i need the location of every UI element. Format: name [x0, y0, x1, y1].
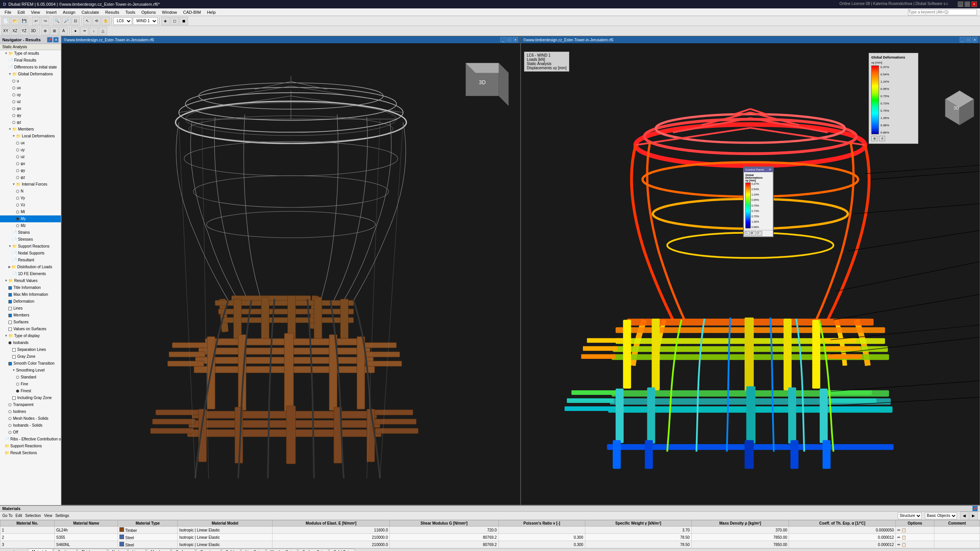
col-material-model[interactable]: Material Model [178, 520, 273, 527]
cell-options[interactable]: ✏ 📋 [896, 541, 934, 548]
col-shear-g[interactable]: Shear Modulus G [N/mm²] [390, 520, 498, 527]
zoom-out-btn[interactable]: 🔎 [62, 17, 70, 25]
col-options[interactable]: Options [896, 520, 934, 527]
vp-right-minimize[interactable]: _ [960, 37, 965, 42]
table-row[interactable]: 2 S355 Steel Isotropic | Linear Elastic … [0, 534, 980, 541]
nav-standard[interactable]: Standard [0, 374, 61, 381]
model-canvas-right[interactable]: LC6 - WIND 1 Loads [kN] Static Analysis … [521, 43, 980, 505]
new-btn[interactable]: 📄 [2, 17, 10, 25]
nav-isobands[interactable]: Isobands [0, 339, 61, 346]
labels-btn[interactable]: A [59, 27, 68, 35]
nav-finest[interactable]: Finest [0, 388, 61, 395]
menu-options[interactable]: Options [138, 9, 159, 15]
nav-phi-y2[interactable]: φy [0, 167, 61, 174]
nav-separation-lines[interactable]: Separation Lines [0, 346, 61, 353]
col-mass-density[interactable]: Mass Density ρ [kg/m³] [691, 520, 789, 527]
menu-calculate[interactable]: Calculate [78, 9, 102, 15]
redo-btn[interactable]: ↪ [41, 17, 49, 25]
nav-Vz[interactable]: Vz [0, 202, 61, 209]
basic-objects-select[interactable]: Basic Objects [925, 512, 957, 519]
nav-support-reactions[interactable]: ▼ 📁 Support Reactions [0, 243, 61, 250]
tab-materials[interactable]: Materials [28, 549, 53, 551]
next-btn[interactable]: ▶ [969, 512, 978, 520]
nav-phi-y1[interactable]: φy [0, 112, 61, 119]
nav-ux1[interactable]: ux [0, 85, 61, 91]
menu-edit[interactable]: Edit [15, 9, 28, 15]
nav-support-reactions2[interactable]: 📁Support Reactions [0, 443, 61, 450]
view-3d-btn[interactable]: 3D [29, 27, 38, 35]
nav-deformation[interactable]: Deformation [0, 298, 61, 305]
axes-btn[interactable]: ⊕ [41, 27, 49, 35]
tab-line-sets[interactable]: Line Sets [241, 549, 266, 551]
cell-options[interactable]: ✏ 📋 [896, 527, 934, 534]
nav-final-results[interactable]: 📄 Final Results [0, 57, 61, 64]
nav-phi-z1[interactable]: φz [0, 119, 61, 126]
members-toggle[interactable]: ━ [80, 27, 89, 35]
nav-stresses[interactable]: 📄Stresses [0, 236, 61, 243]
bottom-toolbar[interactable]: Go To Edit Selection View Settings Struc… [0, 512, 980, 520]
legend-reset-btn[interactable]: ↺ [879, 136, 885, 141]
rotate-btn[interactable]: ⟲ [92, 17, 101, 25]
wire-btn[interactable]: ◻ [170, 17, 179, 25]
menu-cad-bim[interactable]: CAD-BIM [180, 9, 204, 15]
nav-mesh-nodes-solids[interactable]: Mesh Nodes - Solids [0, 415, 61, 422]
nav-smoothing-level[interactable]: ▼ Smoothing Level [0, 367, 61, 374]
maximize-btn[interactable]: □ [965, 2, 970, 7]
legend-settings-btn[interactable]: ⚙ [871, 136, 877, 141]
nav-uy1[interactable]: uy [0, 91, 61, 98]
nav-strains[interactable]: 📄Strains [0, 229, 61, 236]
selection-btn[interactable]: Selection [25, 514, 41, 518]
nav-Vy[interactable]: Vy [0, 195, 61, 202]
view-xy-btn[interactable]: XY [2, 27, 10, 35]
nav-N[interactable]: N [0, 188, 61, 195]
vp-right-close[interactable]: ✕ [972, 37, 977, 42]
nav-members-rv[interactable]: Members [0, 312, 61, 319]
viewport-right[interactable]: ©www.timberdesign.cz_Ester-Tower-in-Jeru… [521, 36, 980, 505]
nav-global-deformations[interactable]: ▼ 📁 Global Deformations [0, 71, 61, 78]
model-canvas-left[interactable]: 3D [62, 43, 520, 505]
col-material-name[interactable]: Material Name [54, 520, 118, 527]
vp-right-maximize[interactable]: □ [966, 37, 971, 42]
materials-pin-btn[interactable]: 📌 [972, 506, 978, 511]
menu-tools[interactable]: Tools [122, 9, 138, 15]
menu-view[interactable]: View [28, 9, 43, 15]
nav-differences[interactable]: 📄 Differences to initial state [0, 64, 61, 71]
tab-members[interactable]: Members [147, 549, 171, 551]
render-btn[interactable]: ◈ [161, 17, 170, 25]
select-btn[interactable]: ↖ [83, 17, 91, 25]
table-row[interactable]: 1 GL24h Timber Isotropic | Linear Elasti… [0, 527, 980, 534]
col-thermal[interactable]: Coeff. of Th. Exp. α [1/°C] [789, 520, 896, 527]
tab-surface-sets[interactable]: Surface Sets [298, 549, 328, 551]
col-material-type[interactable]: Material Type [118, 520, 178, 527]
load-case-select[interactable]: LC6 [113, 17, 132, 25]
nav-internal-forces[interactable]: ▼ 📁 Internal Forces [0, 181, 61, 188]
tab-sections[interactable]: Sections [54, 549, 77, 551]
nav-Mt[interactable]: Mt [0, 209, 61, 215]
edit-btn[interactable]: Edit [16, 514, 22, 518]
nav-gray-zone[interactable]: Gray Zone [0, 353, 61, 360]
nav-isobands-solids[interactable]: Isobands - Solids [0, 422, 61, 429]
nav-off[interactable]: Off [0, 429, 61, 436]
loads-toggle[interactable]: ↓ [90, 27, 98, 35]
col-comment[interactable]: Comment [934, 520, 980, 527]
tab-solids[interactable]: Solids [222, 549, 240, 551]
nav-local-deformations[interactable]: ▼ 📁 Local Deformations [0, 133, 61, 140]
nav-members[interactable]: ▼ 📁 Members [0, 126, 61, 133]
vp-left-maximize[interactable]: □ [506, 37, 512, 42]
goto-btn[interactable]: Go To [2, 514, 13, 518]
zoom-in-btn[interactable]: 🔍 [53, 17, 61, 25]
nav-uz2[interactable]: uz [0, 153, 61, 160]
prev-btn[interactable]: ◀ [960, 512, 969, 520]
nav-Mz[interactable]: Mz [0, 222, 61, 229]
view-btn[interactable]: View [44, 514, 52, 518]
pan-btn[interactable]: ✋ [101, 17, 110, 25]
legend-footer[interactable]: ⚙ ↺ [871, 136, 916, 141]
nav-lines[interactable]: Lines [0, 305, 61, 312]
supports-toggle[interactable]: △ [99, 27, 107, 35]
nav-phi-x2[interactable]: φx [0, 160, 61, 167]
nav-u[interactable]: u [0, 78, 61, 85]
nav-pin-btn[interactable]: 📌 [47, 37, 52, 42]
menu-insert[interactable]: Insert [43, 9, 60, 15]
view-xz-btn[interactable]: XZ [11, 27, 19, 35]
cp-settings-btn[interactable]: ⚙ [751, 231, 756, 236]
